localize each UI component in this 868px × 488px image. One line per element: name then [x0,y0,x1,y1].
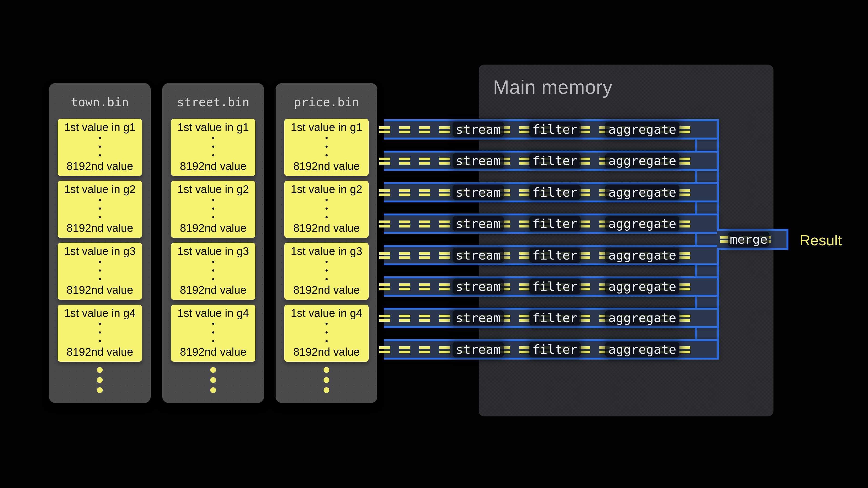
pipeline-row: stream filter aggregate [384,214,719,234]
value-block: 1st value in g3 8192nd value [58,243,142,300]
block-first-label: 1st value in g3 [64,245,136,257]
block-first-label: 1st value in g1 [178,121,249,133]
block-last-label: 8192nd value [293,160,360,172]
value-block: 1st value in g3 8192nd value [284,243,369,300]
stage-label: stream [456,248,501,262]
block-last-label: 8192nd value [180,284,246,296]
stage-label: aggregate [608,122,676,137]
file-panel: price.bin 1st value in g1 8192nd value 1… [276,83,377,403]
vertical-ellipsis-icon [99,137,101,156]
stage-label: filter [532,279,578,294]
stage-label: filter [532,248,578,262]
filter-stage-box: filter [529,279,581,294]
value-block: 1st value in g2 8192nd value [171,181,255,238]
stage-label: aggregate [608,217,676,231]
block-last-label: 8192nd value [293,284,360,296]
vertical-ellipsis-icon [212,261,214,280]
pipeline-row: stream filter aggregate [384,339,719,360]
pipeline-row: stream filter aggregate [384,119,719,139]
stream-stage-box: stream [453,311,504,325]
value-block: 1st value in g4 8192nd value [58,304,142,362]
diagram-canvas: Main memory town.bin 1st value in g1 819… [0,0,868,488]
pipeline-row: stream filter aggregate [384,151,719,171]
filter-stage-box: filter [529,185,581,200]
value-block: 1st value in g1 8192nd value [284,119,369,176]
filter-stage-box: filter [529,216,581,231]
stage-label: stream [456,217,501,231]
block-first-label: 1st value in g3 [291,245,362,257]
block-first-label: 1st value in g3 [178,245,249,257]
stream-stage-box: stream [453,216,504,231]
aggregate-stage-box: aggregate [605,279,679,294]
stage-label: filter [532,217,578,231]
vertical-ellipsis-icon [212,199,214,218]
pipeline-row: stream filter aggregate [384,276,719,297]
block-last-label: 8192nd value [293,222,360,234]
vertical-ellipsis-icon [326,199,328,218]
more-groups-ellipsis-icon [210,367,216,393]
stage-label: stream [456,279,501,294]
aggregate-stage-box: aggregate [605,216,679,231]
stage-label: filter [532,122,578,137]
stage-label: aggregate [608,185,676,199]
stage-label: stream [456,311,501,325]
pipeline-row: stream filter aggregate [384,182,719,202]
stage-label: aggregate [608,311,676,325]
value-block: 1st value in g1 8192nd value [171,119,255,176]
result-label: Result [800,232,842,249]
vertical-ellipsis-icon [326,137,328,156]
file-panel-title: town.bin [49,83,151,109]
stream-stage-box: stream [453,248,504,263]
value-block: 1st value in g1 8192nd value [58,119,142,176]
merge-band: merge [717,229,788,250]
merge-box: merge [728,232,769,247]
vertical-ellipsis-icon [212,137,214,156]
block-last-label: 8192nd value [180,222,246,234]
pipeline-row: stream filter aggregate [384,308,719,328]
aggregate-stage-box: aggregate [605,185,679,200]
stage-label: stream [456,342,501,357]
more-groups-ellipsis-icon [323,367,329,393]
aggregate-stage-box: aggregate [605,153,679,168]
block-last-label: 8192nd value [66,346,133,358]
filter-stage-box: filter [529,122,581,137]
block-first-label: 1st value in g2 [64,183,136,195]
block-first-label: 1st value in g4 [178,307,249,319]
stream-stage-box: stream [453,153,504,168]
value-block: 1st value in g2 8192nd value [284,181,369,238]
file-panel: town.bin 1st value in g1 8192nd value 1s… [49,83,151,403]
stage-label: aggregate [608,154,676,168]
stage-label: filter [532,185,578,199]
stage-label: aggregate [608,279,676,294]
more-groups-ellipsis-icon [97,367,103,393]
file-panel: street.bin 1st value in g1 8192nd value … [162,83,264,403]
block-first-label: 1st value in g4 [64,307,136,319]
aggregate-stage-box: aggregate [605,248,679,263]
vertical-ellipsis-icon [326,261,328,280]
vertical-ellipsis-icon [99,199,101,218]
block-last-label: 8192nd value [180,160,246,172]
block-first-label: 1st value in g4 [291,307,362,319]
aggregate-stage-box: aggregate [605,122,679,137]
main-memory-title: Main memory [493,76,613,98]
stage-label: filter [532,342,578,357]
stage-label: filter [532,311,578,325]
value-block: 1st value in g4 8192nd value [171,304,255,362]
aggregate-stage-box: aggregate [605,311,679,325]
block-last-label: 8192nd value [66,160,133,172]
stage-label: aggregate [608,248,676,262]
value-block: 1st value in g2 8192nd value [58,181,142,238]
stage-label: filter [532,154,578,168]
pipeline-row: stream filter aggregate [384,245,719,265]
block-last-label: 8192nd value [66,284,133,296]
block-first-label: 1st value in g1 [64,121,136,133]
block-first-label: 1st value in g1 [291,121,362,133]
filter-stage-box: filter [529,342,581,357]
filter-stage-box: filter [529,248,581,263]
aggregate-stage-box: aggregate [605,342,679,357]
value-block: 1st value in g4 8192nd value [284,304,369,362]
stage-label: stream [456,185,501,199]
vertical-ellipsis-icon [326,323,328,342]
stage-label: stream [456,154,501,168]
merge-label: merge [730,232,768,247]
